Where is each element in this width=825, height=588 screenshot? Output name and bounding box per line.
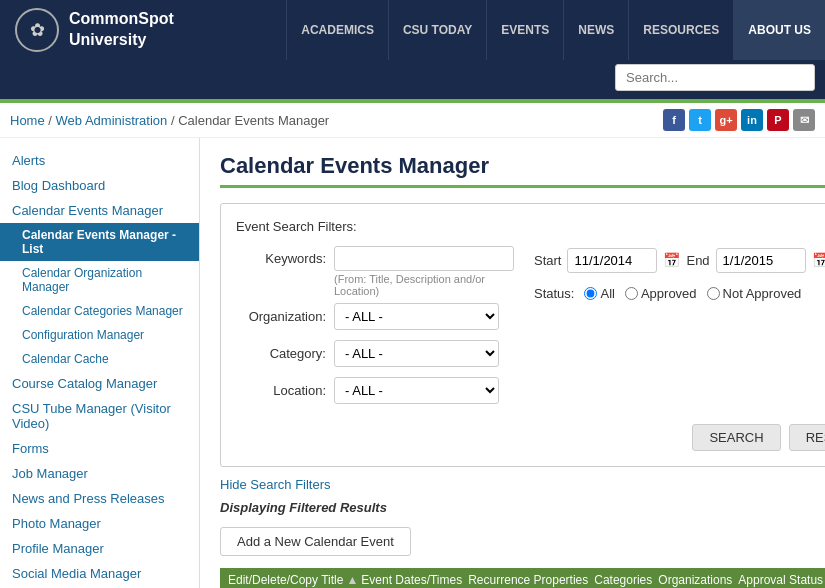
start-label: Start	[534, 253, 561, 268]
nav-academics[interactable]: ACADEMICS	[286, 0, 388, 60]
logo-icon: ✿	[15, 8, 59, 52]
end-calendar-icon[interactable]: 📅	[812, 252, 825, 268]
sidebar-item-blog-dashboard[interactable]: Blog Dashboard	[0, 173, 199, 198]
keywords-input[interactable]	[334, 246, 514, 271]
status-group: Status: All Approved	[534, 286, 825, 301]
filter-legend: Event Search Filters:	[236, 219, 825, 234]
sidebar-item-alerts[interactable]: Alerts	[0, 148, 199, 173]
search-input[interactable]	[615, 64, 815, 91]
start-calendar-icon[interactable]: 📅	[663, 252, 680, 268]
twitter-icon[interactable]: t	[689, 109, 711, 131]
org-select[interactable]: - ALL -	[334, 303, 499, 330]
nav-events[interactable]: EVENTS	[486, 0, 563, 60]
status-approved-radio[interactable]	[625, 287, 638, 300]
status-all-label: All	[600, 286, 614, 301]
main-layout: Alerts Blog Dashboard Calendar Events Ma…	[0, 138, 825, 588]
sidebar-item-news-press[interactable]: News and Press Releases	[0, 486, 199, 511]
status-radio-group: All Approved Not Approved	[584, 286, 801, 301]
end-label: End	[686, 253, 709, 268]
sidebar-item-calendar-org-manager[interactable]: Calendar Organization Manager	[0, 261, 199, 299]
sidebar-item-course-catalog[interactable]: Course Catalog Manager	[0, 371, 199, 396]
sidebar-item-calendar-categories-manager[interactable]: Calendar Categories Manager	[0, 299, 199, 323]
sidebar-item-social-media-manager[interactable]: Social Media Manager	[0, 561, 199, 586]
th-edit-delete-copy[interactable]: Edit/Delete/Copy Title	[228, 573, 343, 587]
keywords-group: Keywords:	[236, 246, 514, 271]
breadcrumb-web-admin[interactable]: Web Administration	[56, 113, 168, 128]
status-not-approved-label: Not Approved	[723, 286, 802, 301]
keywords-hint: (From: Title, Description and/or Locatio…	[334, 273, 514, 297]
sidebar-item-calendar-cache[interactable]: Calendar Cache	[0, 347, 199, 371]
org-label: Organization:	[236, 309, 326, 324]
th-event-dates[interactable]: Event Dates/Times	[361, 573, 462, 587]
sidebar-item-forms[interactable]: Forms	[0, 436, 199, 461]
filter-left: Keywords: (From: Title, Description and/…	[236, 246, 514, 414]
nav-news[interactable]: NEWS	[563, 0, 628, 60]
sidebar-item-profile-manager[interactable]: Profile Manager	[0, 536, 199, 561]
email-icon[interactable]: ✉	[793, 109, 815, 131]
reset-button[interactable]: RESET	[789, 424, 825, 451]
table-header-row: Edit/Delete/Copy Title ▲ Event Dates/Tim…	[220, 568, 825, 588]
sidebar-item-calendar-events-list[interactable]: Calendar Events Manager - List	[0, 223, 199, 261]
sidebar-item-job-manager[interactable]: Job Manager	[0, 461, 199, 486]
date-range-group: Start 📅 End 📅 Clear Dates	[534, 246, 825, 274]
filter-box: Event Search Filters: Keywords: (From: T…	[220, 203, 825, 467]
cat-label: Category:	[236, 346, 326, 361]
page-title: Calendar Events Manager	[220, 153, 825, 188]
cat-group: Category: - ALL -	[236, 340, 514, 367]
th-organizations[interactable]: Organizations	[658, 573, 732, 587]
th-recurrence[interactable]: Recurrence Properties	[468, 573, 588, 587]
sidebar: Alerts Blog Dashboard Calendar Events Ma…	[0, 138, 200, 588]
status-label: Status:	[534, 286, 574, 301]
loc-group: Location: - ALL -	[236, 377, 514, 404]
loc-label: Location:	[236, 383, 326, 398]
breadcrumb-row: Home / Web Administration / Calendar Eve…	[0, 103, 825, 138]
nav-resources[interactable]: RESOURCES	[628, 0, 733, 60]
facebook-icon[interactable]: f	[663, 109, 685, 131]
org-group: Organization: - ALL -	[236, 303, 514, 330]
logo-text: CommonSpot University	[69, 9, 174, 51]
sidebar-item-calendar-events-manager[interactable]: Calendar Events Manager	[0, 198, 199, 223]
pinterest-icon[interactable]: P	[767, 109, 789, 131]
hide-filters-link[interactable]: Hide Search Filters	[220, 477, 331, 492]
search-bar-row	[0, 60, 825, 99]
status-approved-label: Approved	[641, 286, 697, 301]
content-area: Calendar Events Manager Event Search Fil…	[200, 138, 825, 588]
breadcrumb-home[interactable]: Home	[10, 113, 45, 128]
sidebar-item-photo-manager[interactable]: Photo Manager	[0, 511, 199, 536]
sidebar-item-configuration-manager[interactable]: Configuration Manager	[0, 323, 199, 347]
th-categories[interactable]: Categories	[594, 573, 652, 587]
add-event-button[interactable]: Add a New Calendar Event	[220, 527, 411, 556]
status-approved: Approved	[625, 286, 697, 301]
filter-main-row: Keywords: (From: Title, Description and/…	[236, 246, 825, 414]
status-not-approved-radio[interactable]	[707, 287, 720, 300]
linkedin-icon[interactable]: in	[741, 109, 763, 131]
search-button[interactable]: SEARCH	[692, 424, 780, 451]
cat-select[interactable]: - ALL -	[334, 340, 499, 367]
nav-about-us[interactable]: ABOUT US	[733, 0, 825, 60]
keywords-label: Keywords:	[236, 251, 326, 266]
status-not-approved: Not Approved	[707, 286, 802, 301]
displaying-text: Displaying Filtered Results	[220, 500, 825, 515]
status-all: All	[584, 286, 614, 301]
filter-right: Start 📅 End 📅 Clear Dates Status:	[534, 246, 825, 301]
logo-area: ✿ CommonSpot University	[0, 8, 286, 52]
th-approval-status[interactable]: Approval Status	[738, 573, 823, 587]
breadcrumb: Home / Web Administration / Calendar Eve…	[10, 113, 329, 128]
btn-row: SEARCH RESET	[236, 424, 825, 451]
loc-select[interactable]: - ALL -	[334, 377, 499, 404]
start-date-input[interactable]	[567, 248, 657, 273]
breadcrumb-current: Calendar Events Manager	[178, 113, 329, 128]
social-icons: f t g+ in P ✉	[663, 109, 815, 131]
status-all-radio[interactable]	[584, 287, 597, 300]
end-date-input[interactable]	[716, 248, 806, 273]
googleplus-icon[interactable]: g+	[715, 109, 737, 131]
sidebar-item-csu-tube[interactable]: CSU Tube Manager (Visitor Video)	[0, 396, 199, 436]
nav-csu-today[interactable]: CSU TODAY	[388, 0, 486, 60]
main-nav: ACADEMICS CSU TODAY EVENTS NEWS RESOURCE…	[286, 0, 825, 60]
